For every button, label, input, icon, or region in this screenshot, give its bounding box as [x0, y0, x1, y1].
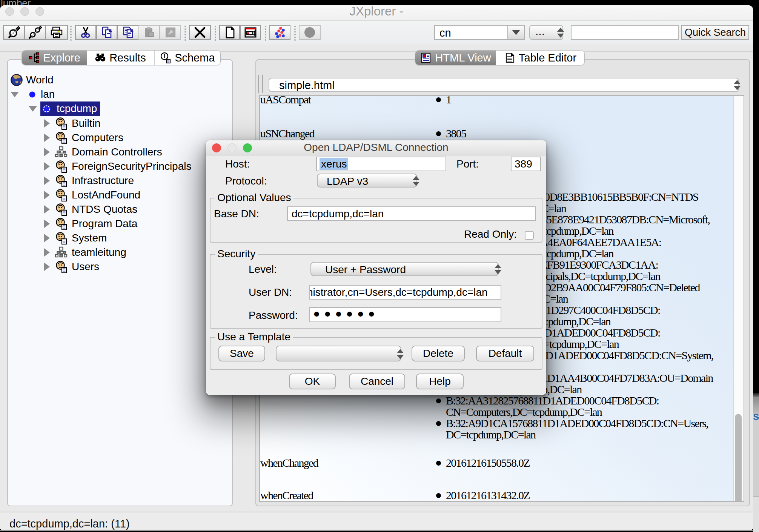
svg-text:!: !	[164, 53, 166, 59]
